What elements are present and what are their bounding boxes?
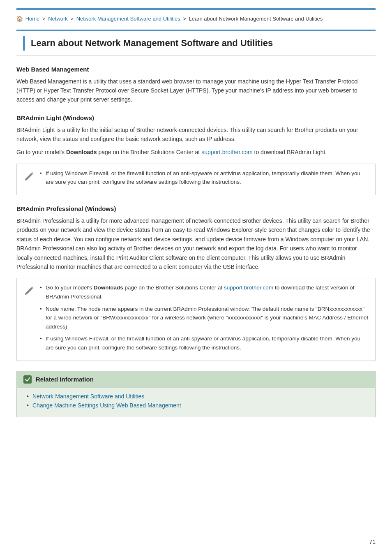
web-based-management-text: Web Based Management is a utility that u… [16, 77, 376, 104]
title-accent [23, 36, 25, 51]
section-web-based-management: Web Based Management Web Based Managemen… [16, 66, 376, 104]
pencil-icon-1 [23, 170, 35, 181]
related-link-1[interactable]: Change Machine Settings Using Web Based … [32, 402, 181, 409]
bradmin-professional-link[interactable]: support.brother.com [224, 284, 273, 291]
page-container: 🏠 Home > Network > Network Management So… [0, 0, 392, 555]
related-link-0[interactable]: Network Management Software and Utilitie… [32, 393, 144, 400]
breadcrumb-network[interactable]: Network [48, 16, 68, 22]
section-bradmin-professional: BRAdmin Professional (Windows) BRAdmin P… [16, 205, 376, 361]
check-icon [23, 375, 32, 384]
downloads-bold-1: Downloads [66, 149, 97, 155]
bradmin-professional-text: BRAdmin Professional is a utility for mo… [16, 216, 376, 271]
bradmin-light-text1: BRAdmin Light is a utility for the initi… [16, 125, 376, 144]
web-based-management-heading: Web Based Management [16, 66, 376, 73]
breadcrumb-current: Learn about Network Management Software … [189, 16, 323, 22]
page-number: 71 [369, 539, 376, 545]
breadcrumb: 🏠 Home > Network > Network Management So… [16, 15, 376, 23]
related-information-title: Related Information [36, 376, 94, 383]
bradmin-professional-heading: BRAdmin Professional (Windows) [16, 205, 376, 212]
bradmin-light-note: If using Windows Firewall, or the firewa… [16, 164, 376, 195]
related-information-section: Related Information Network Management S… [16, 371, 376, 417]
bradmin-light-link[interactable]: support.brother.com [201, 149, 253, 155]
page-title-section: Learn about Network Management Software … [16, 30, 376, 56]
section-bradmin-light: BRAdmin Light (Windows) BRAdmin Light is… [16, 114, 376, 195]
bradmin-light-note-item: If using Windows Firewall, or the firewa… [40, 169, 369, 187]
related-information-header: Related Information [17, 371, 375, 388]
breadcrumb-network-mgmt[interactable]: Network Management Software and Utilitie… [76, 16, 180, 22]
page-title: Learn about Network Management Software … [31, 38, 273, 49]
pencil-icon-2 [23, 284, 35, 296]
related-link-item-0: Network Management Software and Utilitie… [27, 393, 365, 400]
bradmin-professional-note-content: Go to your model's Downloads page on the… [40, 283, 369, 355]
breadcrumb-home[interactable]: Home [25, 16, 40, 22]
related-links-list: Network Management Software and Utilitie… [17, 388, 375, 417]
bradmin-professional-note-item-0: Go to your model's Downloads page on the… [40, 283, 369, 301]
downloads-bold-2: Downloads [94, 284, 123, 291]
related-link-item-1: Change Machine Settings Using Web Based … [27, 402, 365, 409]
top-border [16, 8, 376, 10]
bradmin-professional-note: Go to your model's Downloads page on the… [16, 278, 376, 361]
bradmin-light-note-content: If using Windows Firewall, or the firewa… [40, 169, 369, 190]
bradmin-professional-note-item-1: Node name: The node name appears in the … [40, 305, 369, 331]
bradmin-light-text2: Go to your model's Downloads page on the… [16, 148, 376, 157]
bradmin-light-heading: BRAdmin Light (Windows) [16, 114, 376, 121]
home-icon: 🏠 [16, 15, 23, 23]
bradmin-professional-note-item-2: If using Windows Firewall, or the firewa… [40, 334, 369, 352]
